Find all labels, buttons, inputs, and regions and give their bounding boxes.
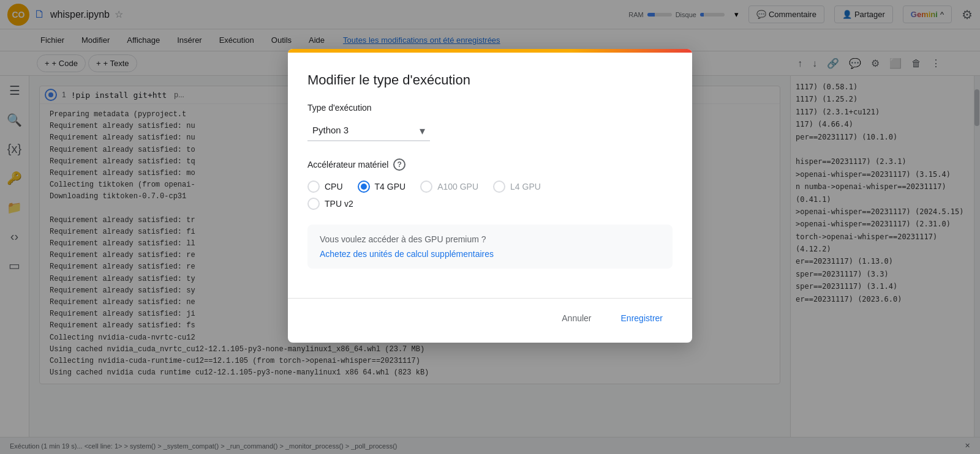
cancel-button[interactable]: Annuler [552, 308, 601, 328]
radio-tpuv2[interactable]: TPU v2 [307, 198, 353, 210]
help-icon[interactable]: ? [393, 158, 405, 171]
premium-link[interactable]: Achetez des unités de calcul supplémenta… [320, 249, 494, 259]
modal-dialog: Modifier le type d'exécution Type d'exéc… [288, 49, 692, 343]
radio-a100gpu[interactable]: A100 GPU [420, 180, 478, 193]
radio-label-a100gpu: A100 GPU [437, 182, 478, 192]
radio-cpu[interactable]: CPU [307, 180, 343, 193]
radio-label-cpu: CPU [325, 182, 343, 192]
radio-dot-t4gpu [361, 184, 367, 190]
radio-circle-tpuv2 [307, 198, 320, 210]
accelerator-label: Accélérateur matériel ? [307, 158, 673, 171]
runtime-type-select[interactable]: Python 3 [307, 120, 430, 141]
accelerator-radio-group: CPU T4 GPU A100 GPU [307, 180, 673, 193]
modal-footer: Annuler Enregistrer [288, 298, 692, 343]
modal-body: Modifier le type d'exécution Type d'exéc… [288, 53, 692, 298]
radio-circle-t4gpu [358, 180, 370, 193]
runtime-select-wrapper: Python 3 ▾ [307, 120, 430, 141]
radio-label-l4gpu: L4 GPU [510, 182, 541, 192]
radio-circle-l4gpu [493, 180, 505, 193]
save-button[interactable]: Enregistrer [611, 308, 673, 328]
accelerator-section: Accélérateur matériel ? CPU T4 GPU [307, 158, 673, 210]
premium-text: Vous voulez accéder à des GPU premium ? [320, 234, 660, 244]
radio-circle-cpu [307, 180, 320, 193]
modal-overlay: Modifier le type d'exécution Type d'exéc… [0, 0, 980, 454]
radio-label-t4gpu: T4 GPU [375, 182, 406, 192]
radio-t4gpu[interactable]: T4 GPU [358, 180, 406, 193]
runtime-type-label: Type d'exécution [307, 103, 673, 113]
radio-label-tpuv2: TPU v2 [325, 199, 353, 209]
radio-l4gpu[interactable]: L4 GPU [493, 180, 541, 193]
accelerator-radio-group-2: TPU v2 [307, 198, 673, 210]
modal-title: Modifier le type d'exécution [307, 72, 673, 88]
radio-circle-a100gpu [420, 180, 432, 193]
premium-box: Vous voulez accéder à des GPU premium ? … [307, 225, 673, 269]
